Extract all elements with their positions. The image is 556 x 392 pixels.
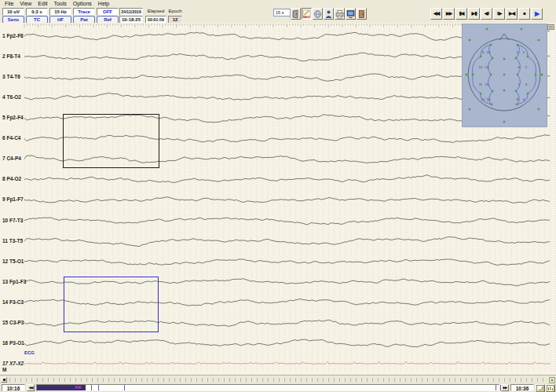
timeline-bar: 10:16 ◀◀ ✕✕ ▶▶ 10:36 [0,383,556,392]
menu-bar: FileViewEditToolsOptionsHelp [0,0,556,7]
svg-text:EEG: EEG [303,15,309,19]
montage-map: 91011121314151656781234 [463,24,547,126]
channel-label-14: 14 F3-C3 [2,299,24,305]
fast-forward-button[interactable]: ▶▶ [443,8,455,20]
svg-text:9: 9 [482,50,485,54]
menu-view[interactable]: View [16,1,35,6]
eeg-chart-area: 1 Fp2-F82 F8-T43 T4-T64 T6-O25 Fp2-F46 F… [0,23,556,375]
date-time-group: 24/11/2016 10:18:25 [119,7,143,23]
channel-label-4: 4 T6-O2 [2,94,21,100]
montage-panel: 91011121314151656781234 [462,24,547,127]
transport-controls: ◀◀▶▶▮◀▶▮◀‖‖▶▶◀■▶ [430,8,543,20]
pat-button[interactable]: Pat [73,16,95,24]
print-icon[interactable] [335,8,345,20]
ref-value[interactable]: OFF [97,8,119,16]
sens-button[interactable]: Sens [2,16,24,24]
patient-icon[interactable] [324,8,334,20]
channel-label-2: 2 F8-T4 [2,53,20,59]
svg-text:12: 12 [481,97,485,101]
globe-icon[interactable] [313,8,323,20]
play-button[interactable]: ▶ [531,8,543,20]
channel-label-16: 16 P3-O1 [2,340,24,346]
start-time-display: 10:16 [2,384,25,391]
elapsed-display: 00:01:59 [145,16,166,24]
time-display: 10:18:25 [119,16,143,24]
svg-text:14: 14 [485,65,489,69]
menu-edit[interactable]: Edit [35,1,50,6]
svg-text:15: 15 [485,82,489,86]
svg-text:8: 8 [517,97,519,101]
menu-tools[interactable]: Tools [50,1,69,6]
stop-button[interactable]: ■ [518,8,530,20]
menu-file[interactable]: File [2,1,16,6]
event-tick [124,385,125,390]
epoch-label: Epoch [168,9,182,13]
pat-value[interactable]: Trace [73,8,95,16]
ref-group: OFFRef [97,7,119,23]
svg-text:3: 3 [525,82,528,86]
hf-value[interactable]: 15 Hz [49,8,71,16]
page-duration-value[interactable]: 15 s [273,9,291,16]
channel-label-11: 11 T3-T5 [2,238,23,244]
channel-label-10: 10 F7-T3 [2,218,23,223]
svg-text:10: 10 [479,65,483,69]
first-page-button[interactable]: ▮◀ [455,8,467,20]
timeline-track[interactable]: ✕✕ [36,384,499,391]
timeline-forward-button[interactable]: ▶▶ [501,384,509,391]
hf-group: 15 HzHF [49,7,71,23]
event-tick [91,385,92,390]
selection-box-blue[interactable] [64,277,159,332]
epoch-display: 12 [168,16,182,24]
print-report-icon[interactable] [546,384,555,392]
event-tick [98,385,99,390]
selection-box-black[interactable] [63,114,159,168]
channel-label-17: 17 X7-X2 [2,361,24,366]
timeline-back-button[interactable]: ◀◀ [27,384,35,391]
timeline-marker: ✕✕ [75,385,81,390]
ruler-options-icon[interactable]: ▼ [549,377,555,383]
sens-group: 10 uVSens [2,7,24,23]
tc-value[interactable]: 0.3 s [26,8,48,16]
elapsed-group: Elapsed 00:01:59 [145,7,166,23]
step-back-button[interactable]: ◀‖ [481,8,492,20]
nose-mark [499,34,509,40]
tc-button[interactable]: TC [26,16,48,24]
elapsed-label: Elapsed [145,9,166,13]
ref-button[interactable]: Ref [97,16,119,24]
last-page-button[interactable]: ▶▮ [468,8,480,20]
exit-icon[interactable] [357,8,367,20]
channel-label-13: 13 Fp1-F3 [2,279,26,284]
pat-group: TracePat [73,7,95,23]
export-report-icon[interactable] [536,384,545,392]
menu-help[interactable]: Help [95,1,112,6]
channel-label-12: 12 T5-O1 [2,258,24,264]
channel-label-6: 6 F4-C4 [2,135,20,141]
channel-label-7: 7 C4-P4 [2,156,21,161]
epoch-ruler: ▼ [0,375,556,383]
electrode-dots [466,28,543,123]
channel-label-5: 5 Fp2-F4 [2,115,24,120]
channel-label-9: 9 Fp1-F7 [2,196,24,202]
center-button[interactable]: ▶◀ [506,8,518,20]
tc-group: 0.3 sTC [26,7,48,23]
ruler-ticks [9,378,547,382]
svg-text:11: 11 [479,82,483,86]
channel-label-15: 15 C3-P3 [2,320,24,325]
edit-eeg-icon[interactable]: EEG [302,8,312,20]
hf-button[interactable]: HF [49,16,71,24]
svg-text:2: 2 [525,65,528,69]
panel-pin-icon[interactable] [547,24,554,30]
epoch-group: Epoch 12 [168,7,182,23]
menu-options[interactable]: Options [70,1,95,6]
toolbar: 10 uVSens0.3 sTC15 HzHFTracePatOFFRef 24… [0,7,556,24]
step-forward-button[interactable]: ‖▶ [493,8,505,20]
video-icon[interactable] [346,8,356,20]
rewind-button[interactable]: ◀◀ [430,8,442,20]
end-time-display: 10:36 [510,384,534,391]
position-thumb[interactable] [1,377,7,383]
channel-numbers: 91011121314151656781234 [479,50,528,101]
svg-text:1: 1 [523,50,525,54]
svg-text:13: 13 [487,50,491,54]
sens-value[interactable]: 10 uV [2,8,24,16]
open-file-icon[interactable] [291,8,301,20]
